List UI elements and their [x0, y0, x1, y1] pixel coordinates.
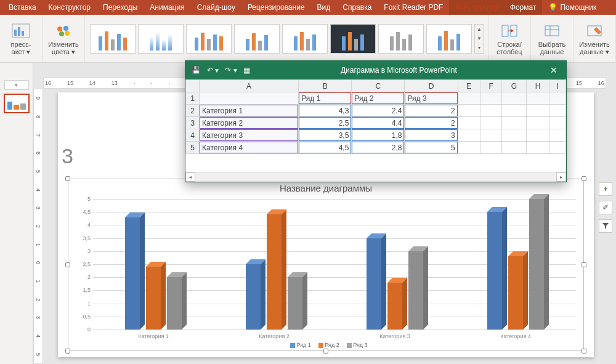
legend-swatch-2: [318, 343, 323, 348]
datasheet-grid[interactable]: ABCDEFGHI1Ряд 1Ряд 2Ряд 32Категория 14,3…: [185, 79, 566, 172]
tab-help[interactable]: Справка: [336, 0, 378, 15]
chart-object[interactable]: Название диаграммы 00,511,522,533,544,55…: [68, 179, 584, 351]
scroll-left-button[interactable]: ◂: [185, 172, 195, 182]
resize-handle-tl[interactable]: [65, 176, 70, 181]
tab-review[interactable]: Рецензирование: [241, 0, 311, 15]
tab-design[interactable]: Конструктор: [43, 0, 97, 15]
bar-Категория 2-Ряд 3[interactable]: [288, 277, 302, 330]
tab-slideshow[interactable]: Слайд-шоу: [191, 0, 241, 15]
select-data-icon: [542, 22, 562, 39]
chart-filters-button[interactable]: [599, 219, 612, 233]
legend-swatch-1: [290, 343, 295, 348]
legend-swatch-3: [347, 343, 352, 348]
slide-section-dropdown[interactable]: ▾: [4, 80, 29, 90]
tab-animation[interactable]: Анимация: [144, 0, 190, 15]
svg-point-4: [57, 26, 62, 31]
quick-layout-icon: [11, 22, 31, 39]
switch-row-col-button[interactable]: Строка/ столбец: [492, 18, 527, 59]
chart-style-4[interactable]: [234, 24, 280, 54]
qat-undo-icon[interactable]: ↶ ▾: [207, 66, 219, 75]
chart-style-7[interactable]: [378, 24, 424, 54]
resize-handle-bm[interactable]: [323, 349, 328, 354]
bar-Категория 4-Ряд 3[interactable]: [529, 199, 544, 330]
svg-point-6: [59, 31, 64, 36]
chart-flyout-buttons: + ✐: [599, 182, 612, 233]
svg-rect-2: [18, 27, 20, 36]
bar-Категория 4-Ряд 2[interactable]: [508, 256, 523, 330]
edit-data-icon: [585, 22, 604, 39]
chart-plot-area[interactable]: 00,511,522,533,544,55Категория 1Категори…: [93, 199, 576, 330]
resize-handle-br[interactable]: [582, 349, 586, 354]
legend-label-2: Ряд 2: [325, 342, 339, 348]
edit-data-button[interactable]: Изменить данные ▾: [577, 18, 612, 59]
change-colors-button[interactable]: Изменить цвета ▾: [46, 18, 81, 59]
chart-style-8[interactable]: [426, 24, 472, 54]
tab-transitions[interactable]: Переходы: [97, 0, 144, 15]
resize-handle-ml[interactable]: [65, 262, 70, 267]
chart-legend[interactable]: Ряд 1 Ряд 2 Ряд 3: [68, 342, 583, 348]
bar-Категория 1-Ряд 2[interactable]: [146, 267, 161, 330]
gallery-scroll[interactable]: ▲▼▾: [474, 24, 484, 54]
datasheet-close-button[interactable]: ✕: [541, 65, 566, 75]
bar-Категория 1-Ряд 1[interactable]: [125, 217, 140, 330]
bar-Категория 4-Ряд 1[interactable]: [487, 212, 502, 330]
vertical-ruler-left: 987654321012345: [33, 89, 43, 364]
qat-excel-icon[interactable]: ▦: [243, 66, 250, 75]
tell-me[interactable]: 💡Помощник: [542, 0, 602, 15]
bar-Категория 1-Ряд 3[interactable]: [167, 277, 182, 330]
tab-chart-design[interactable]: Конструктор: [449, 0, 503, 15]
legend-label-3: Ряд 3: [353, 342, 367, 348]
qat-save-icon[interactable]: 💾: [192, 66, 201, 75]
bar-Категория 3-Ряд 1[interactable]: [367, 238, 381, 330]
chart-style-3[interactable]: [186, 24, 232, 54]
svg-marker-10: [511, 29, 514, 33]
x-category-label: Категория 1: [125, 330, 182, 339]
tab-view[interactable]: Вид: [311, 0, 337, 15]
qat-redo-icon[interactable]: ↷ ▾: [225, 66, 237, 75]
chart-style-6[interactable]: [330, 24, 376, 54]
palette-icon: [54, 22, 73, 39]
svg-point-5: [63, 26, 68, 31]
select-data-button2[interactable]: Выбрать данные: [535, 18, 569, 59]
svg-point-7: [65, 31, 70, 36]
scroll-right-button[interactable]: ▸: [556, 172, 566, 182]
x-category-label: Категория 4: [487, 330, 544, 339]
tab-foxit[interactable]: Foxit Reader PDF: [378, 0, 449, 15]
resize-handle-bl[interactable]: [65, 349, 70, 354]
slide-panel: ▾ 1: [0, 63, 33, 364]
resize-handle-tr[interactable]: [582, 176, 586, 181]
chart-elements-button[interactable]: +: [599, 182, 612, 196]
chart-style-2[interactable]: [138, 24, 184, 54]
tab-insert[interactable]: Вставка: [2, 0, 43, 15]
chart-style-5[interactable]: [282, 24, 328, 54]
svg-rect-1: [14, 30, 17, 36]
chart-style-1[interactable]: [90, 24, 136, 54]
bar-Категория 2-Ряд 1[interactable]: [246, 264, 261, 330]
datasheet-hscrollbar[interactable]: ◂ ▸: [185, 172, 566, 182]
bar-Категория 2-Ряд 2[interactable]: [267, 214, 282, 330]
x-category-label: Категория 3: [367, 330, 423, 339]
svg-rect-3: [22, 31, 24, 36]
svg-rect-11: [545, 26, 559, 36]
title-placeholder-char: 3: [62, 144, 73, 168]
resize-handle-mr[interactable]: [582, 262, 586, 267]
legend-label-1: Ряд 1: [296, 342, 310, 348]
bar-Категория 3-Ряд 2[interactable]: [387, 283, 402, 330]
slide-thumb-1[interactable]: [4, 94, 30, 113]
chart-style-gallery: ▲▼▾: [89, 18, 484, 59]
quick-layout-button[interactable]: пресс- акет ▾: [4, 18, 38, 59]
bulb-icon: 💡: [548, 3, 557, 12]
x-category-label: Категория 2: [246, 330, 302, 339]
svg-rect-8: [502, 25, 508, 36]
funnel-icon: [602, 222, 609, 230]
bar-Категория 3-Ряд 3[interactable]: [408, 251, 423, 330]
chart-datasheet-window[interactable]: 💾 ↶ ▾ ↷ ▾ ▦ Диаграмма в Microsoft PowerP…: [185, 60, 567, 182]
datasheet-title: Диаграмма в Microsoft PowerPoint: [256, 66, 541, 75]
ribbon-tabs: Вставка Конструктор Переходы Анимация Сл…: [0, 0, 616, 15]
chart-styles-button[interactable]: ✐: [599, 201, 612, 214]
switch-row-col-icon: [500, 22, 519, 39]
datasheet-titlebar[interactable]: 💾 ↶ ▾ ↷ ▾ ▦ Диаграмма в Microsoft PowerP…: [185, 61, 566, 79]
ribbon: пресс- акет ▾ Изменить цвета ▾ ▲▼▾ Строк…: [0, 15, 616, 63]
tab-chart-format[interactable]: Формат: [504, 0, 543, 15]
